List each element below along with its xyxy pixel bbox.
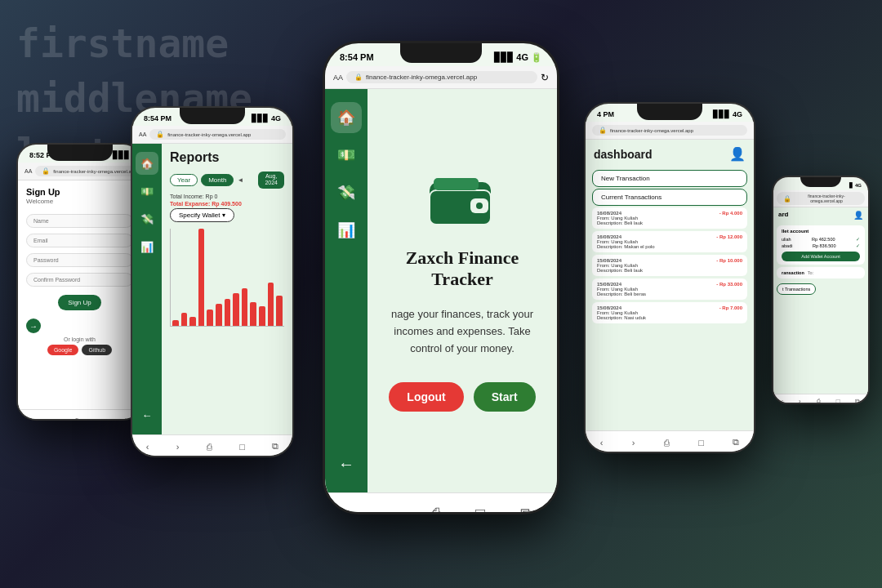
confirm-password-input[interactable] [26, 273, 133, 287]
nav-fr1[interactable]: ‹ [781, 398, 783, 403]
signup-subtitle: Welcome [26, 198, 133, 205]
nav-home-center[interactable]: 🏠 [331, 102, 362, 133]
signup-screen: 8:52 PM ▊▊▊ AA 🔒 finance-tracker-inky-om… [18, 145, 141, 419]
wallet-name-1: uliah [782, 237, 791, 242]
filter-month[interactable]: Month [201, 174, 234, 186]
nav-share-center[interactable]: ⎙ [431, 505, 441, 512]
nav-back[interactable]: ‹ [28, 416, 31, 420]
fr-trans-to: To: [808, 270, 813, 275]
logout-button[interactable]: Logout [389, 382, 463, 412]
browser-bar-lc: AA 🔒 finance-tracker-inky-omega.vercel.a… [132, 126, 292, 144]
specify-wallet-button[interactable]: Specify Wallet ▾ [170, 208, 234, 222]
forward-arrow[interactable]: → [26, 318, 41, 333]
filter-year[interactable]: Year [170, 174, 198, 186]
far-right-screen: ▊ 4G 🔒 finance-tracker-inky-omega.vercel… [773, 177, 868, 403]
nav-fr5[interactable]: ⧉ [855, 398, 860, 403]
transaction-item: 15/08/2024- Rp 7.000 From: Uang Kuliah D… [592, 302, 747, 323]
nav-next-center[interactable]: › [390, 505, 396, 512]
phone-center: 8:54 PM ▊▊▊ 4G 🔋 AA 🔒 finance-tracker-in… [323, 41, 559, 514]
reload-icon[interactable]: ↻ [541, 72, 549, 83]
nav-rc2[interactable]: › [632, 438, 635, 448]
prev-month[interactable]: ◄ [237, 176, 243, 184]
nav-share[interactable]: ⎙ [74, 416, 79, 420]
chart-bar [242, 288, 248, 326]
nav-b4[interactable]: □ [239, 442, 245, 452]
url-bar-lc[interactable]: 🔒 finance-tracker-inky-omega.vercel.app [149, 129, 286, 140]
google-button[interactable]: Google [47, 345, 79, 355]
app-title: Zaxch Finance Tracker [384, 247, 541, 290]
url-text-fr: finance-tracker-inky-omega.vercel.app [795, 194, 858, 203]
nav-rc5[interactable]: ⧉ [733, 437, 739, 448]
nav-back-center[interactable]: ← [331, 448, 362, 479]
wallet-icon-large [425, 170, 499, 231]
chart-bar [276, 296, 283, 326]
nav-fwd[interactable]: › [51, 416, 54, 420]
nav-b5[interactable]: ⧉ [272, 441, 278, 452]
user-icon-rc[interactable]: 👤 [729, 146, 746, 162]
dashboard-header: dashboard 👤 [586, 140, 754, 168]
nav-fr2[interactable]: › [799, 398, 801, 403]
nav-rc1[interactable]: ‹ [600, 438, 604, 448]
reports-title: Reports [170, 150, 284, 165]
wallet-name-2: abadi [782, 243, 792, 248]
total-income: Total Income: Rp 0 [170, 194, 284, 199]
nav-chart-lc[interactable]: 📊 [136, 235, 158, 258]
nav-book[interactable]: □ [100, 416, 105, 420]
chart-bar [207, 310, 213, 326]
signup-button[interactable]: Sign Up [58, 295, 100, 310]
email-input[interactable] [26, 234, 133, 247]
time-rc: 4 PM [597, 110, 614, 118]
name-input[interactable] [26, 214, 133, 228]
url-text-center: finance-tracker-inky-omega.vercel.app [366, 74, 477, 81]
nav-rc4[interactable]: □ [698, 438, 704, 448]
nav-chart-center[interactable]: 📊 [331, 215, 362, 246]
password-input[interactable] [26, 253, 133, 267]
nav-b2[interactable]: › [176, 442, 180, 452]
start-button[interactable]: Start [474, 382, 536, 412]
fr-user-icon[interactable]: 👤 [853, 211, 863, 220]
nav-b1[interactable]: ‹ [146, 442, 149, 452]
chart-bar [216, 304, 222, 325]
filter-row: Year Month ◄ Aug,2024 [170, 172, 284, 189]
current-transactions-button[interactable]: Current Transactions [592, 189, 747, 206]
svg-point-3 [476, 203, 483, 209]
fr-list-transactions-button[interactable]: t Transactions [777, 283, 816, 295]
check-2: ✓ [856, 243, 860, 248]
lock-icon-rc: 🔒 [599, 127, 607, 134]
nav-fr4[interactable]: □ [836, 398, 840, 403]
aa-lc: AA [139, 131, 146, 137]
url-bar[interactable]: 🔒 finance-tracker-inky-omega.vercel.app [35, 166, 141, 176]
nav-transfer-center[interactable]: 💸 [331, 177, 362, 208]
signal-lc: ▊▊▊ 4G [252, 114, 281, 122]
nav-b3[interactable]: ⎙ [207, 442, 212, 452]
nav-money-center[interactable]: 💵 [331, 140, 362, 171]
chart-bar [233, 293, 239, 326]
nav-book-center[interactable]: □ [475, 505, 485, 512]
nav-transfer-lc[interactable]: 💸 [136, 207, 158, 230]
nav-back-lc[interactable]: ← [136, 403, 158, 426]
add-wallet-button[interactable]: Add Wallet Account [782, 252, 860, 261]
nav-rc3[interactable]: ⎙ [664, 438, 670, 448]
dashboard-screen: 4 PM ▊▊▊ 4G 🔒 finance-tracker-inky-omega… [586, 104, 754, 452]
url-bar-fr[interactable]: 🔒 finance-tracker-inky-omega.vercel.app [777, 192, 865, 205]
url-bar-rc[interactable]: 🔒 finance-tracker-inky-omega.vercel.app [592, 125, 747, 136]
github-button[interactable]: Github [82, 345, 112, 355]
signal-rc: ▊▊▊ 4G [713, 110, 742, 118]
fr-title: ard [778, 211, 788, 220]
new-transaction-button[interactable]: New Transaction [592, 170, 747, 187]
nav-tabs-center[interactable]: ⧉ [520, 505, 532, 512]
nav-home-lc[interactable]: 🏠 [136, 152, 158, 175]
notch-fr [800, 177, 841, 187]
url-bar-center[interactable]: 🔒 finance-tracker-inky-omega.vercel.app [346, 71, 537, 83]
nav-fr3[interactable]: ⎙ [817, 398, 821, 403]
chart-bar [259, 306, 265, 326]
nav-prev-center[interactable]: ‹ [350, 505, 356, 512]
wallet-amount-2: Rp 836.500 [813, 243, 835, 248]
lock-icon-lc: 🔒 [156, 131, 164, 138]
nav-money-lc[interactable]: 💵 [136, 180, 158, 203]
or-login-text: Or login with [26, 336, 133, 342]
expanse-label: Total Expanse: [170, 201, 212, 207]
dashboard-content: dashboard 👤 New Transaction Current Tran… [586, 140, 754, 430]
browser-bar-rc: 🔒 finance-tracker-inky-omega.vercel.app [586, 122, 754, 140]
side-navigation: 🏠 💵 💸 📊 ← [325, 89, 368, 492]
